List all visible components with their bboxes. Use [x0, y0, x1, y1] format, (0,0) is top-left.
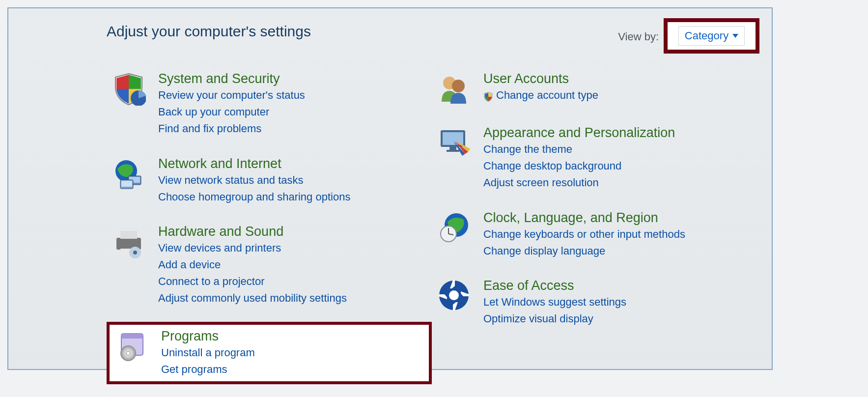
category-link-hardware-sound-1[interactable]: Add a device [158, 257, 347, 273]
category-link-clock-1[interactable]: Change display language [483, 243, 685, 259]
category-link-appearance-1[interactable]: Change desktop background [483, 158, 675, 174]
category-link-appearance-0[interactable]: Change the theme [483, 142, 675, 157]
category-link-hardware-sound-3[interactable]: Adjust commonly used mobility settings [158, 290, 347, 306]
category-title-clock[interactable]: Clock, Language, and Region [483, 210, 685, 226]
ease-icon [437, 278, 471, 312]
category-system-security: System and SecurityReview your computer'… [107, 67, 432, 141]
category-link-programs-0[interactable]: Uninstall a program [161, 345, 255, 361]
category-link-text: Change account type [496, 87, 598, 103]
box-icon [114, 329, 149, 363]
category-link-appearance-2[interactable]: Adjust screen resolution [483, 175, 675, 191]
view-by-dropdown[interactable]: Category [678, 26, 745, 46]
category-title-ease[interactable]: Ease of Access [483, 278, 626, 293]
category-hardware-sound: Hardware and SoundView devices and print… [107, 220, 432, 310]
globe-net-icon [112, 156, 146, 191]
category-title-system-security[interactable]: System and Security [158, 71, 305, 86]
category-link-ease-0[interactable]: Let Windows suggest settings [483, 294, 626, 310]
category-link-system-security-0[interactable]: Review your computer's status [158, 87, 305, 103]
view-by-dropdown-value: Category [685, 29, 728, 42]
category-link-ease-1[interactable]: Optimize visual display [483, 311, 626, 327]
shield-icon [112, 71, 146, 106]
category-link-clock-0[interactable]: Change keyboards or other input methods [483, 227, 685, 242]
category-clock: Clock, Language, and RegionChange keyboa… [432, 206, 757, 263]
uac-shield-icon [483, 90, 493, 100]
category-link-programs-1[interactable]: Get programs [161, 362, 255, 377]
chevron-down-icon [732, 34, 738, 38]
page-title: Adjust your computer's settings [107, 23, 311, 40]
category-ease: Ease of AccessLet Windows suggest settin… [432, 274, 757, 331]
category-link-system-security-2[interactable]: Find and fix problems [158, 121, 305, 137]
category-network-internet: Network and InternetView network status … [107, 152, 432, 209]
category-link-hardware-sound-0[interactable]: View devices and printers [158, 240, 347, 256]
category-link-user-accounts-0[interactable]: Change account type [483, 87, 598, 103]
category-title-programs[interactable]: Programs [161, 329, 255, 344]
control-panel-window: Adjust your computer's settings View by:… [7, 7, 773, 370]
category-title-user-accounts[interactable]: User Accounts [483, 71, 598, 86]
category-columns: System and SecurityReview your computer'… [107, 67, 757, 359]
category-title-appearance[interactable]: Appearance and Personalization [483, 125, 675, 141]
category-link-network-internet-1[interactable]: Choose homegroup and sharing options [158, 189, 350, 205]
category-link-hardware-sound-2[interactable]: Connect to a projector [158, 274, 347, 289]
category-title-hardware-sound[interactable]: Hardware and Sound [158, 224, 347, 239]
view-by-dropdown-highlight: Category [664, 18, 759, 54]
category-title-network-internet[interactable]: Network and Internet [158, 156, 350, 171]
left-column: System and SecurityReview your computer'… [107, 67, 432, 359]
users-icon [437, 71, 471, 106]
right-column: User AccountsChange account typeAppearan… [432, 67, 757, 359]
view-by-label: View by: [618, 30, 659, 43]
printer-icon [112, 224, 146, 258]
category-appearance: Appearance and PersonalizationChange the… [432, 121, 757, 195]
category-link-system-security-1[interactable]: Back up your computer [158, 104, 305, 120]
monitor-icon [437, 125, 471, 160]
globe-clock-icon [437, 210, 471, 245]
category-user-accounts: User AccountsChange account type [432, 67, 757, 110]
category-programs: ProgramsUninstall a programGet programs [107, 322, 432, 384]
category-link-network-internet-0[interactable]: View network status and tasks [158, 172, 350, 188]
